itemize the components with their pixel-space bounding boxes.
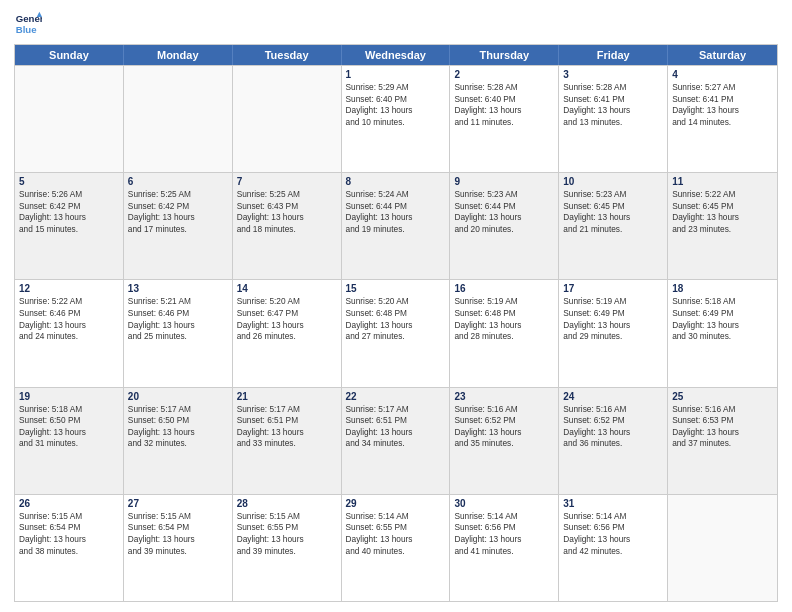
cell-info-line: Sunset: 6:42 PM — [19, 201, 119, 213]
day-number: 1 — [346, 69, 446, 80]
day-number: 26 — [19, 498, 119, 509]
calendar-cell: 4Sunrise: 5:27 AMSunset: 6:41 PMDaylight… — [668, 66, 777, 172]
cell-info-line: Daylight: 13 hours — [19, 427, 119, 439]
day-number: 24 — [563, 391, 663, 402]
cell-info-line: Daylight: 13 hours — [237, 534, 337, 546]
cell-info-line: and 25 minutes. — [128, 331, 228, 343]
cell-info-line: Daylight: 13 hours — [563, 320, 663, 332]
cell-info-line: Daylight: 13 hours — [346, 320, 446, 332]
cell-info-line: Daylight: 13 hours — [346, 105, 446, 117]
header: General Blue — [14, 10, 778, 38]
cell-info-line: and 31 minutes. — [19, 438, 119, 450]
cell-info-line: and 40 minutes. — [346, 546, 446, 558]
cell-info-line: Sunrise: 5:16 AM — [563, 404, 663, 416]
calendar-cell: 13Sunrise: 5:21 AMSunset: 6:46 PMDayligh… — [124, 280, 233, 386]
calendar-cell: 28Sunrise: 5:15 AMSunset: 6:55 PMDayligh… — [233, 495, 342, 601]
cell-info-line: and 15 minutes. — [19, 224, 119, 236]
cell-info-line: Sunset: 6:41 PM — [563, 94, 663, 106]
day-number: 23 — [454, 391, 554, 402]
cell-info-line: and 34 minutes. — [346, 438, 446, 450]
cell-info-line: Daylight: 13 hours — [563, 105, 663, 117]
cell-info-line: Daylight: 13 hours — [454, 212, 554, 224]
cell-info-line: Sunrise: 5:15 AM — [237, 511, 337, 523]
cell-info-line: Daylight: 13 hours — [128, 534, 228, 546]
cell-info-line: Sunrise: 5:14 AM — [346, 511, 446, 523]
weekday-header: Monday — [124, 45, 233, 65]
day-number: 6 — [128, 176, 228, 187]
cell-info-line: and 28 minutes. — [454, 331, 554, 343]
cell-info-line: and 27 minutes. — [346, 331, 446, 343]
day-number: 5 — [19, 176, 119, 187]
calendar-cell: 26Sunrise: 5:15 AMSunset: 6:54 PMDayligh… — [15, 495, 124, 601]
calendar-cell: 3Sunrise: 5:28 AMSunset: 6:41 PMDaylight… — [559, 66, 668, 172]
cell-info-line: Daylight: 13 hours — [346, 534, 446, 546]
cell-info-line: Sunrise: 5:17 AM — [237, 404, 337, 416]
calendar-cell: 19Sunrise: 5:18 AMSunset: 6:50 PMDayligh… — [15, 388, 124, 494]
cell-info-line: Daylight: 13 hours — [672, 212, 773, 224]
calendar-cell: 27Sunrise: 5:15 AMSunset: 6:54 PMDayligh… — [124, 495, 233, 601]
day-number: 7 — [237, 176, 337, 187]
cell-info-line: Sunset: 6:48 PM — [454, 308, 554, 320]
cell-info-line: Sunrise: 5:15 AM — [128, 511, 228, 523]
cell-info-line: Sunrise: 5:19 AM — [454, 296, 554, 308]
cell-info-line: and 11 minutes. — [454, 117, 554, 129]
cell-info-line: Daylight: 13 hours — [237, 212, 337, 224]
weekday-header: Tuesday — [233, 45, 342, 65]
cell-info-line: and 17 minutes. — [128, 224, 228, 236]
cell-info-line: Daylight: 13 hours — [237, 427, 337, 439]
cell-info-line: Sunrise: 5:14 AM — [563, 511, 663, 523]
cell-info-line: and 36 minutes. — [563, 438, 663, 450]
cell-info-line: Sunset: 6:54 PM — [128, 522, 228, 534]
calendar-cell: 11Sunrise: 5:22 AMSunset: 6:45 PMDayligh… — [668, 173, 777, 279]
day-number: 19 — [19, 391, 119, 402]
cell-info-line: and 10 minutes. — [346, 117, 446, 129]
cell-info-line: Sunset: 6:49 PM — [563, 308, 663, 320]
cell-info-line: Sunrise: 5:23 AM — [454, 189, 554, 201]
day-number: 30 — [454, 498, 554, 509]
day-number: 8 — [346, 176, 446, 187]
cell-info-line: Sunset: 6:40 PM — [346, 94, 446, 106]
calendar-cell: 25Sunrise: 5:16 AMSunset: 6:53 PMDayligh… — [668, 388, 777, 494]
calendar-week: 5Sunrise: 5:26 AMSunset: 6:42 PMDaylight… — [15, 172, 777, 279]
cell-info-line: Sunrise: 5:29 AM — [346, 82, 446, 94]
cell-info-line: Sunset: 6:55 PM — [237, 522, 337, 534]
cell-info-line: Sunrise: 5:20 AM — [237, 296, 337, 308]
cell-info-line: Daylight: 13 hours — [563, 534, 663, 546]
calendar-cell: 24Sunrise: 5:16 AMSunset: 6:52 PMDayligh… — [559, 388, 668, 494]
weekday-header: Sunday — [15, 45, 124, 65]
cell-info-line: Sunset: 6:44 PM — [454, 201, 554, 213]
cell-info-line: and 39 minutes. — [237, 546, 337, 558]
cell-info-line: Sunrise: 5:20 AM — [346, 296, 446, 308]
cell-info-line: and 39 minutes. — [128, 546, 228, 558]
calendar-week: 1Sunrise: 5:29 AMSunset: 6:40 PMDaylight… — [15, 65, 777, 172]
cell-info-line: Sunset: 6:52 PM — [454, 415, 554, 427]
cell-info-line: Sunrise: 5:24 AM — [346, 189, 446, 201]
day-number: 10 — [563, 176, 663, 187]
cell-info-line: Daylight: 13 hours — [454, 534, 554, 546]
weekday-header: Saturday — [668, 45, 777, 65]
cell-info-line: and 19 minutes. — [346, 224, 446, 236]
cell-info-line: Sunset: 6:51 PM — [346, 415, 446, 427]
cell-info-line: Daylight: 13 hours — [672, 105, 773, 117]
cell-info-line: Sunset: 6:50 PM — [19, 415, 119, 427]
cell-info-line: Sunset: 6:48 PM — [346, 308, 446, 320]
calendar-cell: 30Sunrise: 5:14 AMSunset: 6:56 PMDayligh… — [450, 495, 559, 601]
cell-info-line: Daylight: 13 hours — [563, 212, 663, 224]
calendar-cell: 29Sunrise: 5:14 AMSunset: 6:55 PMDayligh… — [342, 495, 451, 601]
day-number: 16 — [454, 283, 554, 294]
cell-info-line: Sunrise: 5:28 AM — [563, 82, 663, 94]
day-number: 9 — [454, 176, 554, 187]
cell-info-line: Sunrise: 5:15 AM — [19, 511, 119, 523]
day-number: 31 — [563, 498, 663, 509]
cell-info-line: and 37 minutes. — [672, 438, 773, 450]
calendar-cell — [124, 66, 233, 172]
cell-info-line: Sunset: 6:49 PM — [672, 308, 773, 320]
calendar-week: 12Sunrise: 5:22 AMSunset: 6:46 PMDayligh… — [15, 279, 777, 386]
day-number: 28 — [237, 498, 337, 509]
cell-info-line: Daylight: 13 hours — [237, 320, 337, 332]
cell-info-line: and 20 minutes. — [454, 224, 554, 236]
calendar-week: 19Sunrise: 5:18 AMSunset: 6:50 PMDayligh… — [15, 387, 777, 494]
calendar-cell: 1Sunrise: 5:29 AMSunset: 6:40 PMDaylight… — [342, 66, 451, 172]
day-number: 18 — [672, 283, 773, 294]
cell-info-line: Daylight: 13 hours — [128, 320, 228, 332]
